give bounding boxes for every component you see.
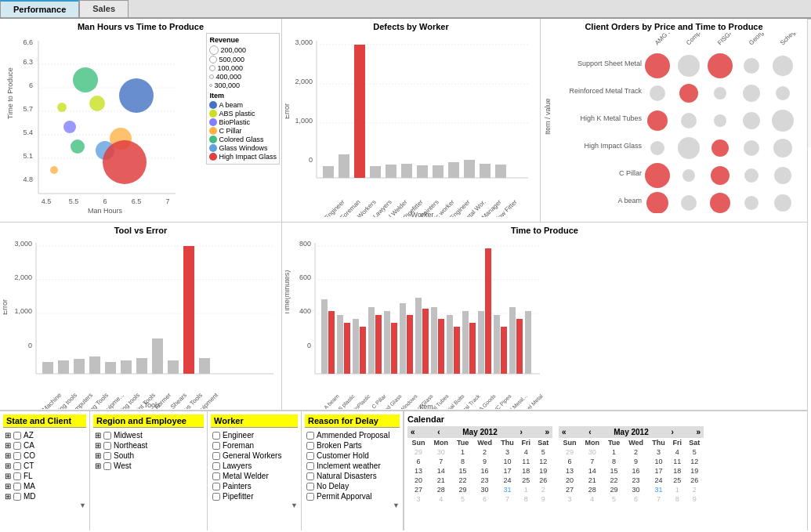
svg-point-95: [711, 139, 729, 157]
checkbox-south[interactable]: [103, 452, 111, 460]
tab-bar: Performance Sales: [0, 0, 811, 19]
checkbox-md[interactable]: [13, 493, 21, 501]
checkbox-pipefitter[interactable]: [212, 493, 220, 501]
svg-rect-118: [42, 362, 53, 374]
svg-text:High Impact Glass: High Impact Glass: [584, 142, 642, 150]
checkbox-foreman[interactable]: [212, 442, 220, 450]
checkbox-northeast[interactable]: [103, 442, 111, 450]
cal2-grid: Sun Mon Tue Wed Thu Fri Sat 2: [559, 438, 704, 504]
tab-performance[interactable]: Performance: [0, 0, 79, 17]
scroll-down-state[interactable]: ▼: [3, 501, 86, 509]
checkbox-lawyers[interactable]: [212, 462, 220, 470]
checkbox-broken[interactable]: [306, 442, 314, 450]
svg-rect-121: [89, 356, 100, 374]
cal1-next[interactable]: »: [545, 428, 549, 436]
filter-permit: Permit Apporval: [305, 491, 400, 501]
filter-general-workers: General Workers: [211, 451, 298, 461]
defects-svg: Error 3,000 2,000 1,000 0: [285, 33, 536, 217]
checkbox-no-delay[interactable]: [306, 483, 314, 490]
svg-rect-169: [462, 311, 469, 374]
tab-sales[interactable]: Sales: [79, 0, 129, 17]
filter-midwest: ⊞ Midwest: [93, 430, 204, 440]
checkbox-metal-welder[interactable]: [212, 472, 220, 480]
filter-customer-hold: Customer Hold: [305, 451, 400, 461]
expand-south[interactable]: ⊞: [95, 451, 101, 460]
svg-text:Man Hours: Man Hours: [88, 207, 123, 215]
filter-ammended: Ammended Proposal: [305, 430, 400, 440]
checkbox-co[interactable]: [13, 452, 21, 460]
checkbox-painters[interactable]: [212, 483, 220, 490]
expand-az[interactable]: ⊞: [5, 431, 11, 440]
svg-point-23: [63, 121, 76, 133]
svg-text:Time to Produce: Time to Produce: [6, 67, 14, 119]
expand-midwest[interactable]: ⊞: [95, 431, 101, 440]
svg-text:FISGA Corp: FISGA Corp: [716, 33, 745, 46]
expand-west[interactable]: ⊞: [95, 461, 101, 470]
svg-text:1,000: 1,000: [14, 307, 32, 315]
worker-header: Worker: [211, 414, 298, 428]
checkbox-natural[interactable]: [306, 472, 314, 480]
checkbox-ammended[interactable]: [306, 432, 314, 440]
cal2-prev[interactable]: «: [562, 428, 567, 436]
svg-rect-50: [464, 160, 475, 178]
svg-text:1,000: 1,000: [295, 117, 313, 125]
svg-point-99: [682, 169, 695, 182]
cal1-prev[interactable]: «: [411, 428, 415, 436]
checkbox-engineer[interactable]: [212, 432, 220, 440]
checkbox-ct[interactable]: [13, 462, 21, 470]
expand-ct[interactable]: ⊞: [5, 461, 11, 470]
svg-point-87: [776, 86, 790, 100]
time-produce-svg: Time(minutes) 800 600 400 0: [285, 237, 544, 409]
svg-rect-119: [58, 360, 69, 374]
svg-point-81: [744, 58, 759, 74]
expand-ma[interactable]: ⊞: [5, 482, 11, 490]
svg-point-92: [772, 110, 794, 132]
svg-text:Error: Error: [285, 103, 291, 119]
checkbox-customer-hold[interactable]: [306, 452, 314, 460]
filter-painters: Painters: [211, 481, 298, 491]
svg-rect-162: [407, 315, 413, 374]
svg-point-84: [679, 84, 698, 103]
main-content: Man Hours vs Time to Produce 6.6 6.3 6 5…: [0, 19, 811, 530]
checkbox-ma[interactable]: [13, 483, 21, 490]
cal1-header: « ‹ May 2012 › »: [407, 426, 552, 438]
cal1-grid: Sun Mon Tue Wed Thu Fri Sat 2: [407, 438, 552, 504]
svg-text:Support Sheet Metal: Support Sheet Metal: [577, 60, 642, 67]
expand-md[interactable]: ⊞: [5, 492, 11, 501]
checkbox-ca[interactable]: [13, 442, 21, 450]
svg-point-21: [119, 78, 154, 113]
svg-rect-153: [337, 315, 343, 374]
checkbox-midwest[interactable]: [103, 432, 111, 440]
svg-rect-161: [400, 303, 406, 374]
checkbox-general-workers[interactable]: [212, 452, 220, 460]
svg-text:6.5: 6.5: [132, 197, 142, 205]
svg-text:5.4: 5.4: [23, 128, 33, 136]
expand-fl[interactable]: ⊞: [5, 472, 11, 480]
expand-ca[interactable]: ⊞: [5, 441, 11, 450]
svg-rect-177: [525, 311, 531, 374]
scroll-down-reason[interactable]: ▼: [305, 501, 400, 509]
svg-text:Item / value: Item / value: [544, 98, 552, 135]
checkbox-az[interactable]: [13, 432, 21, 440]
svg-text:Reinforced Metal Track: Reinforced Metal Track: [569, 87, 642, 95]
expand-co[interactable]: ⊞: [5, 451, 11, 460]
svg-point-93: [650, 141, 664, 155]
worker-filter: Worker Engineer Foreman General Workers …: [208, 411, 302, 530]
svg-text:Scheggie Services: Scheggie Services: [779, 33, 806, 46]
checkbox-west[interactable]: [103, 462, 111, 470]
svg-point-30: [50, 166, 58, 174]
expand-northeast[interactable]: ⊞: [95, 441, 101, 450]
scroll-down-worker[interactable]: ▼: [211, 501, 298, 509]
checkbox-fl[interactable]: [13, 472, 21, 480]
checkbox-inclement[interactable]: [306, 462, 314, 470]
checkbox-permit[interactable]: [306, 493, 314, 501]
cal2-next2[interactable]: ›: [671, 428, 673, 436]
state-client-filter: State and Client ⊞ AZ ⊞ CA ⊞ CO ⊞ CT ⊞ F…: [0, 411, 90, 530]
cal2-prev2[interactable]: ‹: [588, 428, 591, 436]
cal1-prev2[interactable]: ‹: [437, 428, 440, 436]
svg-rect-176: [516, 319, 523, 374]
cal1-next2[interactable]: ›: [520, 428, 522, 436]
cal2-next[interactable]: »: [696, 428, 701, 436]
svg-rect-168: [454, 327, 460, 374]
svg-point-91: [743, 112, 760, 129]
